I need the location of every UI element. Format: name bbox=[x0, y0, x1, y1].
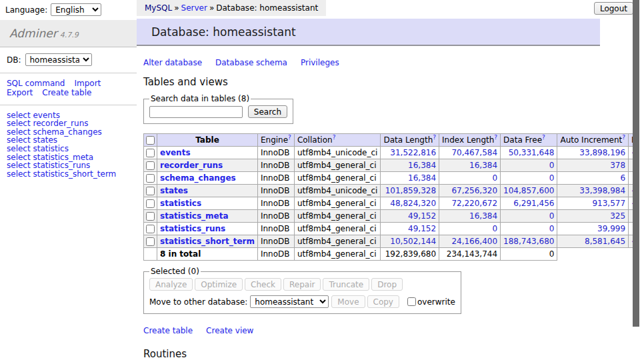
total-data-length: 192,839,680 bbox=[381, 248, 439, 261]
list-item: select statistics_short_term bbox=[7, 170, 130, 179]
help-icon[interactable]: ? bbox=[433, 134, 436, 141]
scrollbar-thumb[interactable] bbox=[633, 0, 639, 327]
cell-data-free: 0 bbox=[501, 172, 557, 185]
repair-button[interactable]: Repair bbox=[283, 278, 321, 291]
logout-button[interactable]: Logout bbox=[594, 2, 633, 15]
cell-data-free: 104,857,600 bbox=[501, 185, 557, 197]
column-header-engine: Engine? bbox=[257, 134, 294, 147]
row-checkbox[interactable] bbox=[146, 149, 155, 157]
db-select[interactable]: homeassistant bbox=[25, 53, 92, 66]
table-name-link[interactable]: statistics_meta bbox=[160, 211, 229, 221]
move-database-select[interactable]: homeassistant bbox=[250, 295, 329, 308]
help-icon[interactable]: ? bbox=[288, 134, 291, 141]
copy-button[interactable]: Copy bbox=[367, 295, 399, 308]
total-empty-cell bbox=[144, 248, 157, 261]
row-checkbox[interactable] bbox=[146, 199, 155, 208]
cell-auto-increment: 325 bbox=[557, 210, 629, 223]
breadcrumb-server-link[interactable]: Server bbox=[181, 3, 207, 13]
tables-overview-table: Table Engine? Collation? Data Length? In… bbox=[143, 133, 644, 261]
privileges-link[interactable]: Privileges bbox=[301, 58, 339, 67]
search-button[interactable]: Search bbox=[248, 105, 287, 118]
database-schema-link[interactable]: Database schema bbox=[215, 58, 287, 67]
import-link[interactable]: Import bbox=[74, 79, 101, 88]
cell-engine: InnoDB bbox=[257, 185, 294, 197]
create-table-link-sidebar[interactable]: Create table bbox=[42, 88, 91, 97]
cell-auto-increment: 33,398,984 bbox=[557, 185, 629, 197]
column-header-data-length: Data Length? bbox=[381, 134, 439, 147]
table-row: statistics_runsInnoDButf8mb4_general_ci4… bbox=[144, 223, 644, 235]
table-row: schema_changesInnoDButf8mb4_general_ci16… bbox=[144, 172, 644, 185]
cell-data-length: 49,152 bbox=[381, 223, 439, 235]
cell-collation: utf8mb4_unicode_ci bbox=[294, 147, 381, 159]
sidebar-table-link-statistics-short-term[interactable]: select statistics_short_term bbox=[7, 169, 116, 179]
row-checkbox-cell bbox=[144, 172, 157, 185]
analyze-button[interactable]: Analyze bbox=[149, 278, 193, 291]
row-checkbox[interactable] bbox=[146, 237, 155, 246]
cell-auto-increment: 39,999 bbox=[557, 223, 629, 235]
overwrite-checkbox[interactable] bbox=[407, 297, 416, 306]
row-checkbox[interactable] bbox=[146, 225, 155, 233]
help-icon[interactable]: ? bbox=[622, 134, 625, 141]
cell-data-length: 16,384 bbox=[381, 172, 439, 185]
table-row: statisticsInnoDButf8mb4_general_ci48,824… bbox=[144, 197, 644, 210]
cell-engine: InnoDB bbox=[257, 223, 294, 235]
table-name-cell: statistics bbox=[157, 197, 258, 210]
cell-engine: InnoDB bbox=[257, 159, 294, 172]
cell-data-length: 10,502,144 bbox=[381, 235, 439, 248]
select-all-checkbox[interactable] bbox=[146, 136, 155, 145]
table-row: statesInnoDButf8mb4_unicode_ci101,859,32… bbox=[144, 185, 644, 197]
table-name-cell: statistics_meta bbox=[157, 210, 258, 223]
cell-index-length: 0 bbox=[439, 172, 501, 185]
cell-collation: utf8mb4_general_ci bbox=[294, 197, 381, 210]
cell-data-free: 6,291,456 bbox=[501, 197, 557, 210]
tables-and-views-heading: Tables and views bbox=[143, 76, 600, 88]
cell-collation: utf8mb4_unicode_ci bbox=[294, 185, 381, 197]
help-icon[interactable]: ? bbox=[542, 134, 545, 141]
table-row: statistics_metaInnoDButf8mb4_general_ci4… bbox=[144, 210, 644, 223]
move-button[interactable]: Move bbox=[331, 295, 365, 308]
table-name-link[interactable]: events bbox=[160, 148, 191, 157]
breadcrumb-separator: » bbox=[209, 3, 214, 13]
table-name-cell: recorder_runs bbox=[157, 159, 258, 172]
check-button[interactable]: Check bbox=[245, 278, 281, 291]
row-checkbox[interactable] bbox=[146, 161, 155, 170]
row-checkbox[interactable] bbox=[146, 212, 155, 221]
table-total-row: 8 in totalInnoDButf8mb4_general_ci192,83… bbox=[144, 248, 644, 261]
table-name-link[interactable]: states bbox=[160, 186, 188, 195]
cell-data-length: 49,152 bbox=[381, 210, 439, 223]
cell-collation: utf8mb4_general_ci bbox=[294, 210, 381, 223]
optimize-button[interactable]: Optimize bbox=[195, 278, 243, 291]
table-name-cell: events bbox=[157, 147, 258, 159]
drop-button[interactable]: Drop bbox=[371, 278, 403, 291]
breadcrumb-mysql-link[interactable]: MySQL bbox=[145, 3, 172, 13]
sql-command-link[interactable]: SQL command bbox=[7, 79, 65, 88]
alter-database-link[interactable]: Alter database bbox=[143, 58, 202, 67]
cell-data-free: 0 bbox=[501, 159, 557, 172]
create-view-link[interactable]: Create view bbox=[206, 326, 253, 335]
app-name: Adminer bbox=[9, 27, 57, 40]
cell-collation: utf8mb4_general_ci bbox=[294, 223, 381, 235]
cell-index-length: 24,166,400 bbox=[439, 235, 501, 248]
column-header-data-free: Data Free? bbox=[501, 134, 557, 147]
export-link[interactable]: Export bbox=[7, 88, 33, 97]
language-select[interactable]: English bbox=[51, 3, 101, 16]
table-name-link[interactable]: schema_changes bbox=[160, 173, 236, 183]
table-name-link[interactable]: statistics bbox=[160, 199, 201, 208]
total-data-free: 0 bbox=[501, 248, 557, 261]
truncate-button[interactable]: Truncate bbox=[323, 278, 369, 291]
row-checkbox[interactable] bbox=[146, 187, 155, 195]
table-name-link[interactable]: recorder_runs bbox=[160, 161, 223, 170]
create-table-link[interactable]: Create table bbox=[143, 326, 193, 335]
table-name-link[interactable]: statistics_short_term bbox=[160, 237, 255, 246]
total-engine: InnoDB bbox=[257, 248, 294, 261]
help-icon[interactable]: ? bbox=[494, 134, 497, 141]
move-label: Move to other database: bbox=[149, 297, 247, 307]
table-row: statistics_short_termInnoDButf8mb4_gener… bbox=[144, 235, 644, 248]
row-checkbox[interactable] bbox=[146, 174, 155, 183]
table-name-link[interactable]: statistics_runs bbox=[160, 224, 225, 233]
row-checkbox-cell bbox=[144, 147, 157, 159]
app-version[interactable]: 4.7.9 bbox=[60, 31, 79, 39]
search-input[interactable] bbox=[149, 106, 243, 118]
cell-data-length: 31,522,816 bbox=[381, 147, 439, 159]
help-icon[interactable]: ? bbox=[333, 134, 336, 141]
